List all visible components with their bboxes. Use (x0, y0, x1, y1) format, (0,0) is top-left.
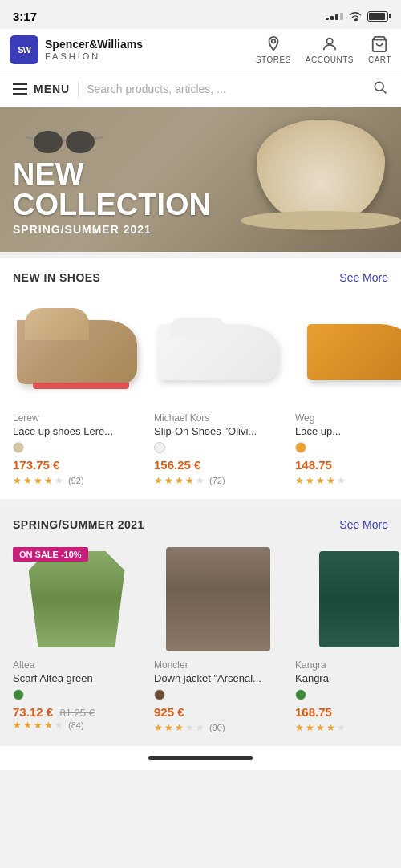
shoes-products-scroll[interactable]: Lerew Lace up shoes Lere... 173.75 € ★ ★… (0, 294, 401, 493)
shoe-1-color (13, 442, 24, 453)
home-indicator (148, 756, 253, 760)
svg-point-6 (34, 131, 63, 153)
summer-title: SPRING/SUMMER 2021 (13, 518, 144, 531)
summer-2-color (154, 689, 165, 700)
cart-nav[interactable]: CART (368, 35, 391, 64)
logo-badge: SW (10, 35, 38, 64)
menu-button[interactable]: MENU (13, 83, 70, 95)
summer-3-image (295, 547, 401, 651)
shoe-2-stars: ★ ★ ★ ★ ★ (72) (154, 475, 282, 486)
summer-3-color (295, 689, 306, 700)
header-nav: STORES ACCOUNTS CART (256, 35, 391, 64)
status-icons (326, 10, 388, 22)
shoe-2-image (154, 300, 282, 404)
svg-point-4 (375, 82, 383, 91)
cart-label: CART (368, 55, 391, 64)
shoe-1-image (13, 300, 140, 404)
search-divider (78, 81, 79, 97)
summer-3-brand: Kangra (295, 659, 401, 671)
hero-title-line1: NEW (13, 159, 211, 189)
bottom-bar (0, 746, 401, 770)
stores-icon (265, 35, 282, 53)
hamburger-icon (13, 83, 27, 95)
shoe-3-price: 148.75 (295, 458, 401, 472)
shoe-product-2[interactable]: Michael Kors Slip-On Shoes "Olivi... 156… (148, 294, 288, 493)
hero-subtitle: SPRING/SUMMER 2021 (13, 223, 211, 236)
shoe-3-image (295, 300, 401, 404)
shoe-1-price: 173.75 € (13, 458, 140, 472)
logo-text: Spencer&Williams FASHION (45, 38, 143, 62)
status-time: 3:17 (13, 10, 37, 23)
shoes-section: NEW IN SHOES See More Lerew Lace up shoe… (0, 258, 401, 499)
shoe-3-color (295, 442, 306, 453)
summer-3-price: 168.75 (295, 705, 401, 719)
summer-2-reviews: (90) (209, 723, 225, 732)
hero-title-line2: COLLECTION (13, 189, 211, 220)
shoe-1-name: Lace up shoes Lere... (13, 425, 140, 437)
wifi-icon (348, 10, 363, 22)
accounts-label: ACCOUNTS (306, 55, 354, 64)
shoe-1-stars: ★ ★ ★ ★ ★ (92) (13, 475, 140, 486)
menu-label: MENU (34, 83, 70, 95)
battery-icon (367, 11, 388, 22)
summer-1-brand: Altea (13, 659, 140, 671)
accounts-icon (321, 35, 338, 53)
summer-1-color (13, 689, 24, 700)
shoe-3-name: Lace up... (295, 425, 401, 437)
brand-sub: FASHION (45, 51, 143, 62)
accounts-nav[interactable]: ACCOUNTS (306, 35, 354, 64)
shoe-2-brand: Michael Kors (154, 412, 282, 424)
stores-nav[interactable]: STORES (256, 35, 291, 64)
shoes-see-more[interactable]: See More (339, 271, 388, 284)
summer-product-2[interactable]: Moncler Down jacket "Arsenal... 925 € ★ … (148, 541, 288, 740)
summer-2-image (154, 547, 282, 651)
shoe-2-reviews: (72) (209, 476, 225, 485)
shoe-product-1[interactable]: Lerew Lace up shoes Lere... 173.75 € ★ ★… (6, 294, 147, 493)
shoes-title: NEW IN SHOES (13, 271, 100, 284)
search-input-area[interactable]: Search products, articles, ... (87, 79, 388, 99)
summer-2-name: Down jacket "Arsenal... (154, 672, 282, 684)
summer-2-brand: Moncler (154, 659, 282, 671)
shoe-3-brand: Weg (295, 412, 401, 424)
shoe-3-stars: ★ ★ ★ ★ ★ (295, 475, 401, 486)
summer-1-price: 73.12 € (13, 705, 53, 719)
summer-product-3[interactable]: Kangra Kangra 168.75 ★ ★ ★ ★ ★ (289, 541, 401, 740)
search-placeholder: Search products, articles, ... (87, 83, 366, 95)
hero-decoration (24, 120, 104, 160)
shoe-1-brand: Lerew (13, 412, 140, 424)
summer-1-reviews: (84) (68, 720, 84, 730)
summer-3-stars: ★ ★ ★ ★ ★ (295, 722, 401, 733)
summer-1-stars: ★ ★ ★ ★ ★ (84) (13, 720, 140, 731)
summer-1-image: ON SALE -10% (13, 547, 140, 651)
hero-banner: NEW COLLECTION SPRING/SUMMER 2021 (0, 107, 401, 252)
shoe-2-price: 156.25 € (154, 458, 282, 472)
svg-point-7 (66, 131, 95, 153)
summer-1-original-price: 81.25 € (60, 707, 95, 719)
summer-3-name: Kangra (295, 672, 401, 684)
status-bar: 3:17 (0, 0, 401, 29)
summer-section-header: SPRING/SUMMER 2021 See More (0, 518, 401, 541)
summer-2-price: 925 € (154, 705, 282, 719)
svg-point-1 (272, 39, 276, 43)
sale-badge-1: ON SALE -10% (13, 547, 88, 562)
svg-line-5 (383, 90, 387, 94)
logo-area: SW Spencer&Williams FASHION (10, 35, 143, 64)
shoe-2-color (154, 442, 165, 453)
search-icon[interactable] (372, 79, 388, 99)
shoe-product-3[interactable]: Weg Lace up... 148.75 ★ ★ ★ ★ ★ (289, 294, 401, 493)
svg-point-0 (354, 19, 356, 21)
search-bar: MENU Search products, articles, ... (0, 71, 401, 107)
hero-content: NEW COLLECTION SPRING/SUMMER 2021 (13, 159, 211, 236)
shoes-section-header: NEW IN SHOES See More (0, 271, 401, 294)
signal-icon (326, 13, 343, 20)
summer-product-1[interactable]: ON SALE -10% Altea Scarf Altea green 73.… (6, 541, 147, 740)
shoe-1-reviews: (92) (68, 476, 84, 485)
summer-2-stars: ★ ★ ★ ★ ★ (90) (154, 722, 282, 733)
svg-line-9 (26, 137, 34, 139)
cart-icon (371, 35, 388, 53)
summer-1-name: Scarf Altea green (13, 672, 140, 684)
summer-section: SPRING/SUMMER 2021 See More ON SALE -10%… (0, 505, 401, 746)
summer-see-more[interactable]: See More (339, 518, 388, 531)
summer-products-scroll[interactable]: ON SALE -10% Altea Scarf Altea green 73.… (0, 541, 401, 740)
header: SW Spencer&Williams FASHION STORES ACCOU… (0, 29, 401, 71)
